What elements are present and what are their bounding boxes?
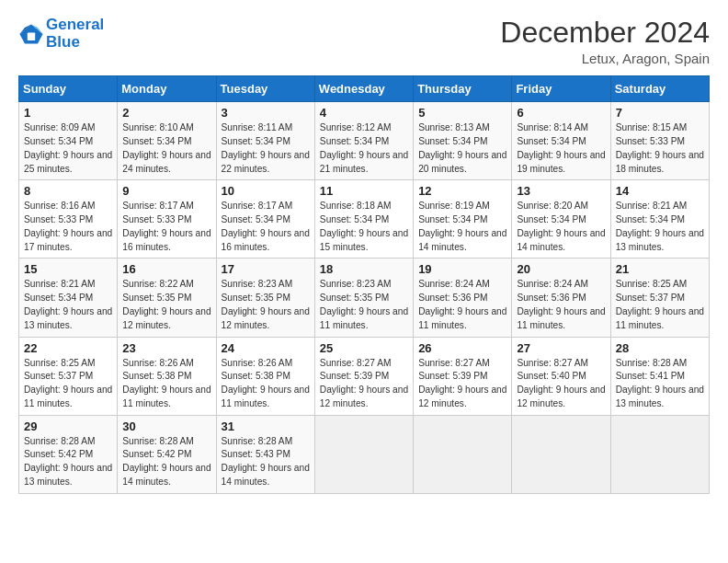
day-info: Sunrise: 8:23 AMSunset: 5:35 PMDaylight:… (222, 278, 310, 332)
day-number: 27 (517, 341, 605, 355)
day-info: Sunrise: 8:22 AMSunset: 5:35 PMDaylight:… (122, 278, 210, 332)
day-info: Sunrise: 8:27 AMSunset: 5:40 PMDaylight:… (517, 357, 605, 411)
logo-icon (18, 21, 44, 47)
day-cell: 13 Sunrise: 8:20 AMSunset: 5:34 PMDaylig… (512, 180, 610, 259)
day-cell: 15 Sunrise: 8:21 AMSunset: 5:34 PMDaylig… (19, 259, 118, 337)
weekday-header-tuesday: Tuesday (216, 76, 314, 102)
day-info: Sunrise: 8:12 AMSunset: 5:34 PMDaylight:… (320, 121, 408, 176)
weekday-header-sunday: Sunday (19, 76, 118, 102)
day-number: 12 (418, 184, 506, 198)
weekday-header-wednesday: Wednesday (314, 76, 413, 102)
day-cell (610, 415, 709, 493)
day-cell: 22 Sunrise: 8:25 AMSunset: 5:37 PMDaylig… (19, 337, 118, 415)
day-cell: 20 Sunrise: 8:24 AMSunset: 5:36 PMDaylig… (512, 259, 610, 337)
day-number: 26 (418, 341, 506, 355)
day-cell: 19 Sunrise: 8:24 AMSunset: 5:36 PMDaylig… (414, 259, 512, 337)
day-number: 2 (122, 106, 210, 120)
week-row-3: 15 Sunrise: 8:21 AMSunset: 5:34 PMDaylig… (19, 259, 710, 337)
weekday-header-saturday: Saturday (610, 76, 709, 102)
day-number: 9 (122, 184, 210, 198)
day-number: 10 (222, 184, 310, 198)
day-cell: 2 Sunrise: 8:10 AMSunset: 5:34 PMDayligh… (118, 102, 216, 180)
day-info: Sunrise: 8:28 AMSunset: 5:41 PMDaylight:… (616, 357, 704, 411)
logo: General Blue (18, 17, 104, 51)
day-cell: 1 Sunrise: 8:09 AMSunset: 5:34 PMDayligh… (19, 102, 118, 180)
location: Letux, Aragon, Spain (500, 51, 710, 66)
day-cell: 28 Sunrise: 8:28 AMSunset: 5:41 PMDaylig… (610, 337, 709, 415)
day-info: Sunrise: 8:24 AMSunset: 5:36 PMDaylight:… (418, 278, 506, 332)
day-number: 21 (616, 262, 704, 276)
day-info: Sunrise: 8:19 AMSunset: 5:34 PMDaylight:… (418, 200, 506, 254)
day-cell: 23 Sunrise: 8:26 AMSunset: 5:38 PMDaylig… (118, 337, 216, 415)
title-block: December 2024 Letux, Aragon, Spain (500, 17, 710, 66)
weekday-header-friday: Friday (512, 76, 610, 102)
day-number: 6 (517, 106, 605, 120)
day-info: Sunrise: 8:26 AMSunset: 5:38 PMDaylight:… (122, 357, 210, 411)
day-info: Sunrise: 8:11 AMSunset: 5:34 PMDaylight:… (222, 121, 310, 176)
calendar-header: SundayMondayTuesdayWednesdayThursdayFrid… (19, 76, 710, 102)
day-info: Sunrise: 8:23 AMSunset: 5:35 PMDaylight:… (320, 278, 408, 332)
day-cell: 8 Sunrise: 8:16 AMSunset: 5:33 PMDayligh… (19, 180, 118, 259)
calendar-body: 1 Sunrise: 8:09 AMSunset: 5:34 PMDayligh… (19, 102, 710, 494)
day-info: Sunrise: 8:17 AMSunset: 5:34 PMDaylight:… (222, 200, 310, 254)
day-info: Sunrise: 8:18 AMSunset: 5:34 PMDaylight:… (320, 200, 408, 254)
weekday-header-thursday: Thursday (414, 76, 512, 102)
day-cell (414, 415, 512, 493)
day-cell: 14 Sunrise: 8:21 AMSunset: 5:34 PMDaylig… (610, 180, 709, 259)
week-row-5: 29 Sunrise: 8:28 AMSunset: 5:42 PMDaylig… (19, 415, 710, 493)
day-info: Sunrise: 8:25 AMSunset: 5:37 PMDaylight:… (616, 278, 704, 332)
day-info: Sunrise: 8:15 AMSunset: 5:33 PMDaylight:… (616, 121, 704, 176)
day-number: 30 (122, 419, 210, 433)
day-info: Sunrise: 8:24 AMSunset: 5:36 PMDaylight:… (517, 278, 605, 332)
day-number: 22 (24, 341, 112, 355)
day-info: Sunrise: 8:28 AMSunset: 5:43 PMDaylight:… (222, 435, 310, 489)
day-number: 31 (222, 419, 310, 433)
day-cell: 5 Sunrise: 8:13 AMSunset: 5:34 PMDayligh… (414, 102, 512, 180)
calendar-table: SundayMondayTuesdayWednesdayThursdayFrid… (18, 75, 710, 494)
svg-rect-3 (28, 32, 35, 40)
day-number: 25 (320, 341, 408, 355)
day-cell: 26 Sunrise: 8:27 AMSunset: 5:39 PMDaylig… (414, 337, 512, 415)
week-row-4: 22 Sunrise: 8:25 AMSunset: 5:37 PMDaylig… (19, 337, 710, 415)
day-cell: 27 Sunrise: 8:27 AMSunset: 5:40 PMDaylig… (512, 337, 610, 415)
day-number: 17 (222, 262, 310, 276)
day-cell: 29 Sunrise: 8:28 AMSunset: 5:42 PMDaylig… (19, 415, 118, 493)
day-number: 8 (24, 184, 112, 198)
day-number: 5 (418, 106, 506, 120)
day-cell (314, 415, 413, 493)
day-info: Sunrise: 8:21 AMSunset: 5:34 PMDaylight:… (616, 200, 704, 254)
day-number: 1 (24, 106, 112, 120)
day-number: 20 (517, 262, 605, 276)
day-info: Sunrise: 8:25 AMSunset: 5:37 PMDaylight:… (24, 357, 112, 411)
day-cell: 16 Sunrise: 8:22 AMSunset: 5:35 PMDaylig… (118, 259, 216, 337)
day-number: 7 (616, 106, 704, 120)
day-number: 23 (122, 341, 210, 355)
day-cell: 3 Sunrise: 8:11 AMSunset: 5:34 PMDayligh… (216, 102, 314, 180)
week-row-1: 1 Sunrise: 8:09 AMSunset: 5:34 PMDayligh… (19, 102, 710, 180)
day-number: 24 (222, 341, 310, 355)
day-number: 11 (320, 184, 408, 198)
day-info: Sunrise: 8:10 AMSunset: 5:34 PMDaylight:… (122, 121, 210, 176)
day-cell: 4 Sunrise: 8:12 AMSunset: 5:34 PMDayligh… (314, 102, 413, 180)
day-info: Sunrise: 8:26 AMSunset: 5:38 PMDaylight:… (222, 357, 310, 411)
day-cell: 12 Sunrise: 8:19 AMSunset: 5:34 PMDaylig… (414, 180, 512, 259)
day-info: Sunrise: 8:17 AMSunset: 5:33 PMDaylight:… (122, 200, 210, 254)
day-number: 19 (418, 262, 506, 276)
page: General Blue December 2024 Letux, Aragon… (0, 0, 728, 563)
day-number: 4 (320, 106, 408, 120)
weekday-header-monday: Monday (118, 76, 216, 102)
header: General Blue December 2024 Letux, Aragon… (18, 17, 710, 66)
day-number: 3 (222, 106, 310, 120)
day-cell: 10 Sunrise: 8:17 AMSunset: 5:34 PMDaylig… (216, 180, 314, 259)
day-cell: 31 Sunrise: 8:28 AMSunset: 5:43 PMDaylig… (216, 415, 314, 493)
day-info: Sunrise: 8:13 AMSunset: 5:34 PMDaylight:… (418, 121, 506, 176)
weekday-header-row: SundayMondayTuesdayWednesdayThursdayFrid… (19, 76, 710, 102)
day-cell: 18 Sunrise: 8:23 AMSunset: 5:35 PMDaylig… (314, 259, 413, 337)
month-title: December 2024 (500, 17, 710, 49)
day-cell: 21 Sunrise: 8:25 AMSunset: 5:37 PMDaylig… (610, 259, 709, 337)
day-cell: 11 Sunrise: 8:18 AMSunset: 5:34 PMDaylig… (314, 180, 413, 259)
day-info: Sunrise: 8:27 AMSunset: 5:39 PMDaylight:… (418, 357, 506, 411)
day-cell: 25 Sunrise: 8:27 AMSunset: 5:39 PMDaylig… (314, 337, 413, 415)
day-cell: 30 Sunrise: 8:28 AMSunset: 5:42 PMDaylig… (118, 415, 216, 493)
day-cell: 7 Sunrise: 8:15 AMSunset: 5:33 PMDayligh… (610, 102, 709, 180)
